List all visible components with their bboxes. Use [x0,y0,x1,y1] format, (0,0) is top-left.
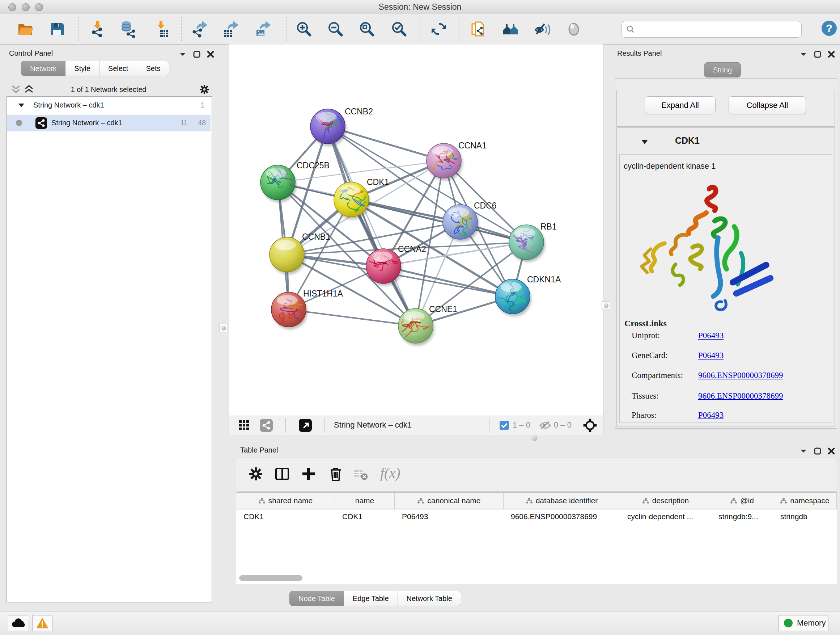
open-session-icon[interactable] [17,20,34,38]
network-row-selected[interactable]: String Network – cdk1 11 48 [7,115,210,131]
table-cell[interactable]: 9606.ENSP00000378699 [504,509,620,524]
crosslink-link[interactable]: P06493 [698,331,723,340]
import-network-database-icon[interactable] [119,20,137,38]
export-image-icon[interactable] [254,20,271,38]
function-builder-icon[interactable]: f(x) [380,464,401,481]
expand-all-icon[interactable] [24,85,34,94]
network-node-RB1[interactable]: RB1 [509,222,557,262]
table-cell[interactable]: stringdb:9... [711,509,773,524]
cytoscape-home-icon[interactable] [502,20,519,38]
panel-menu-icon[interactable] [799,448,807,454]
panel-menu-icon[interactable] [799,51,807,57]
help-icon[interactable]: ? [821,19,838,37]
table-cell[interactable]: CDK1 [236,509,335,524]
string-network-badge-icon [35,117,47,129]
add-column-icon[interactable] [300,465,317,483]
tab-network[interactable]: Network [21,61,65,76]
network-edge[interactable] [384,266,513,296]
collapse-all-button[interactable]: Collapse All [729,96,806,114]
export-table-icon[interactable] [222,20,239,38]
hide-graphics-details-icon[interactable] [534,20,551,38]
warning-status-icon[interactable] [32,615,52,631]
birds-eye-view-icon[interactable] [583,418,597,432]
horizontal-scrollbar[interactable] [239,575,302,581]
crosslink-link[interactable]: 9606.ENSP00000378699 [698,371,783,380]
right-splitter-handle[interactable] [602,301,610,310]
panel-float-icon[interactable] [814,51,821,58]
table-cell[interactable]: P06493 [395,509,504,524]
network-collection-row[interactable]: String Network – cdk1 1 [7,98,210,114]
file-transfer-icon[interactable] [470,20,487,38]
tab-select[interactable]: Select [99,61,137,76]
column-header-name[interactable]: name [335,493,395,509]
zoom-in-icon[interactable] [295,20,313,38]
tab-node-table[interactable]: Node Table [289,591,344,606]
crosslink-row: Compartments:9606.ENSP00000378699 [632,371,827,385]
import-table-icon[interactable] [153,20,171,38]
zoom-out-icon[interactable] [327,20,344,38]
network-node-CDKN1A[interactable]: CDKN1A [495,275,561,317]
table-gear-icon[interactable] [247,465,264,483]
crosslink-link[interactable]: 9606.ENSP00000378699 [698,391,783,401]
toolbar-separator [324,418,325,432]
network-node-CCNA2[interactable]: CCNA2 [366,244,426,286]
section-collapse-triangle-icon[interactable] [641,139,648,145]
tab-string[interactable]: String [704,62,741,78]
network-node-CCNB2[interactable]: CCNB2 [310,107,373,149]
tab-network-table[interactable]: Network Table [398,591,461,606]
column-header-@id[interactable]: @id [711,493,773,509]
network-options-gear-icon[interactable] [198,83,210,96]
save-session-icon[interactable] [49,20,66,38]
delete-column-icon[interactable] [327,465,344,483]
column-header-canonical-name[interactable]: canonical name [395,493,504,509]
network-node-HIST1H1A[interactable]: HIST1H1A [271,289,343,329]
delete-table-icon[interactable] [353,467,369,481]
export-network-icon[interactable] [191,20,208,38]
panel-close-icon[interactable] [207,51,214,58]
panel-close-icon[interactable] [828,51,835,58]
table-cell[interactable]: CDK1 [335,509,395,524]
column-header-namespace[interactable]: namespace [773,493,837,509]
memory-button[interactable]: Memory [778,615,829,631]
hidden-eye-slash-icon[interactable] [539,421,551,430]
column-header-database-identifier[interactable]: database identifier [504,493,620,509]
network-node-CCNA1[interactable]: CCNA1 [423,141,486,181]
column-header-shared-name[interactable]: shared name [236,493,335,509]
node-label: HIST1H1A [303,289,343,298]
column-header-description[interactable]: description [620,493,711,509]
panel-float-icon[interactable] [193,51,201,58]
panel-float-icon[interactable] [814,448,821,455]
tab-edge-table[interactable]: Edge Table [344,591,398,606]
expand-all-button[interactable]: Expand All [645,96,715,114]
zoom-fit-icon[interactable] [358,20,376,38]
crosslink-link[interactable]: P06493 [698,351,723,360]
left-splitter-handle[interactable] [219,324,228,333]
string-view-badge-icon[interactable] [260,419,273,432]
table-cell[interactable]: cyclin-dependent ... [620,509,711,524]
tab-style[interactable]: Style [65,61,99,76]
network-edge[interactable] [289,310,416,326]
collapse-all-icon[interactable] [11,85,21,94]
network-node-CCNE1[interactable]: CCNE1 [395,304,457,346]
search-input[interactable] [638,23,798,36]
apply-layout-icon[interactable] [430,20,447,38]
network-node-CDC6[interactable]: CDC6 [443,201,497,242]
panel-menu-icon[interactable] [179,51,187,57]
show-graphics-details-icon[interactable] [565,20,583,38]
selected-checkbox-icon[interactable] [500,421,509,430]
network-canvas[interactable]: CCNB2CCNA1CDC25BCDK1CDC6RB1CCNB1CCNA2CDK… [229,44,603,416]
crosslink-link[interactable]: P06493 [698,410,723,420]
import-network-file-icon[interactable] [89,20,107,38]
tab-sets[interactable]: Sets [137,61,169,76]
zoom-selected-icon[interactable] [390,20,408,38]
table-cell[interactable]: stringdb [773,509,837,524]
grid-view-icon[interactable] [239,420,249,431]
collapse-triangle-icon[interactable] [18,103,25,108]
export-view-icon[interactable] [299,419,312,432]
table-panel-window-controls [799,448,835,455]
horizontal-splitter[interactable] [229,434,840,442]
panel-close-icon[interactable] [828,448,835,455]
cloud-status-icon[interactable] [8,615,28,631]
show-columns-icon[interactable] [273,465,291,483]
table-row[interactable]: CDK1CDK1P064939606.ENSP00000378699cyclin… [236,509,837,524]
